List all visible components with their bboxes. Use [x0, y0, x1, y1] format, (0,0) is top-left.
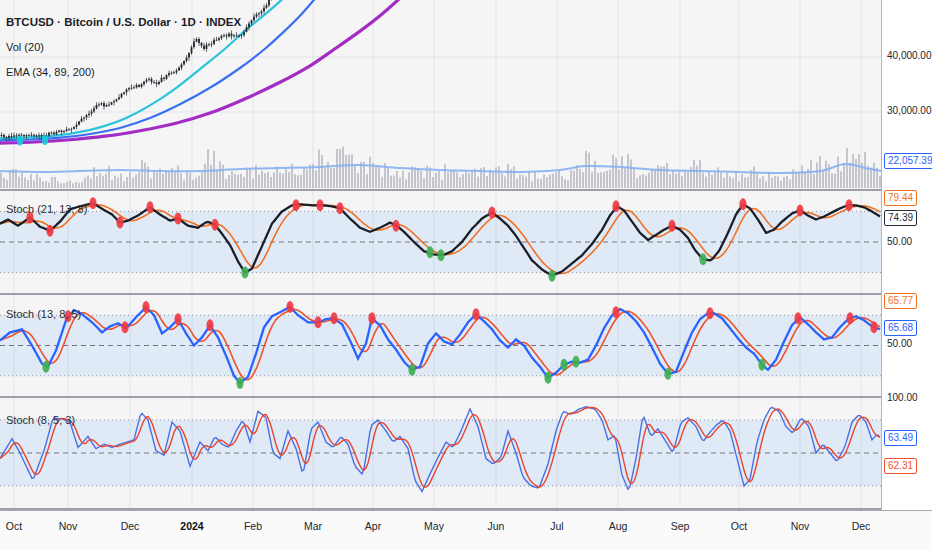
stoch-8-5-3-label[interactable]: Stoch (8, 5, 3): [6, 414, 75, 426]
time-axis-label: Apr: [365, 520, 381, 532]
pane-separator[interactable]: [0, 189, 881, 191]
price-axis-label: 30,000.00: [887, 105, 932, 116]
price-axis-label: 40,000.00: [887, 50, 932, 61]
time-axis-label: Jun: [488, 520, 505, 532]
time-axis-label: Oct: [6, 520, 22, 532]
legend-ema-indicator[interactable]: EMA (34, 89, 200): [6, 66, 95, 78]
time-axis-label: May: [424, 520, 444, 532]
time-axis-label: 2024: [180, 520, 203, 532]
time-axis-label: Nov: [59, 520, 78, 532]
pane-separator[interactable]: [0, 293, 881, 295]
time-axis-label: Mar: [304, 520, 322, 532]
time-axis-label: Feb: [244, 520, 262, 532]
last-value-box: 22,057.39: [884, 153, 932, 169]
last-value-box: 62.31: [884, 458, 917, 474]
legend-volume-indicator[interactable]: Vol (20): [6, 41, 44, 53]
time-axis-label: Aug: [609, 520, 628, 532]
pane-separator[interactable]: [0, 396, 881, 398]
price-axis-label: 50.00: [887, 338, 912, 349]
price-axis-label: 50.00: [887, 236, 912, 247]
chart-canvas[interactable]: [0, 0, 932, 550]
time-axis-label: Dec: [852, 520, 871, 532]
time-axis-label: Dec: [121, 520, 140, 532]
last-value-box: 74.39: [884, 210, 917, 226]
last-value-box: 63.49: [884, 430, 917, 446]
last-value-box: 65.77: [884, 293, 917, 309]
last-value-box: 79.44: [884, 190, 917, 206]
stoch-21-13-8-label[interactable]: Stoch (21, 13, 8): [6, 203, 87, 215]
time-axis-label: Oct: [731, 520, 747, 532]
time-axis-label: Sep: [671, 520, 690, 532]
time-axis[interactable]: OctNovDec2024FebMarAprMayJunJulAugSepOct…: [0, 510, 932, 550]
last-value-box: 65.68: [884, 320, 917, 336]
stoch-13-8-5-label[interactable]: Stoch (13, 8, 5): [6, 308, 81, 320]
time-axis-label: Jul: [550, 520, 563, 532]
price-axis[interactable]: 40,000.0030,000.0050.0050.00100.0022,057…: [881, 0, 932, 510]
time-axis-label: Nov: [791, 520, 810, 532]
symbol-title[interactable]: BTCUSD · Bitcoin / U.S. Dollar · 1D · IN…: [6, 16, 241, 28]
price-axis-label: 100.00: [887, 392, 918, 403]
trading-chart-app: BTCUSD · Bitcoin / U.S. Dollar · 1D · IN…: [0, 0, 932, 550]
